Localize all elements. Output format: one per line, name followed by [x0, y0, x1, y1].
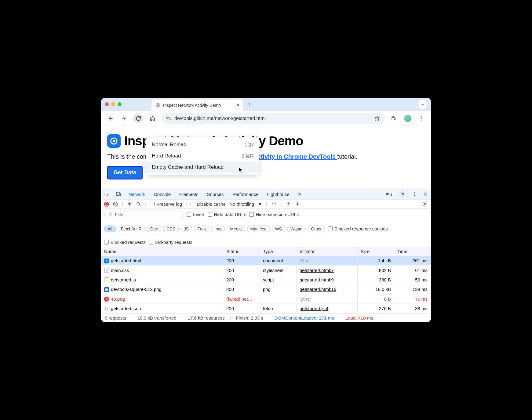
blocked-requests-checkbox[interactable]: Blocked requests — [104, 240, 146, 245]
chip-media[interactable]: Media — [227, 226, 245, 232]
col-name[interactable]: Name — [101, 247, 223, 256]
cell-initiator[interactable]: Other — [297, 295, 358, 303]
preserve-log-checkbox[interactable]: Preserve log — [150, 201, 182, 207]
col-status[interactable]: Status — [223, 247, 260, 256]
search-button[interactable] — [136, 201, 141, 207]
third-party-checkbox[interactable]: 3rd-party requests — [149, 240, 192, 245]
funnel-icon — [127, 201, 132, 207]
invert-checkbox[interactable]: Invert — [187, 212, 205, 217]
file-name: getstarted.json — [111, 306, 141, 311]
inspect-element-button[interactable] — [104, 191, 110, 197]
network-settings-button[interactable] — [422, 201, 428, 207]
tab-console[interactable]: Console — [153, 192, 172, 197]
hide-data-urls-checkbox[interactable]: Hide data URLs — [208, 212, 246, 217]
issues-badge[interactable]: 1 — [384, 192, 394, 197]
maximize-window-button[interactable] — [118, 102, 122, 106]
chip-other[interactable]: Other — [308, 226, 325, 232]
file-name: main.css — [111, 268, 129, 273]
table-row[interactable]: ◦getstarted.js200scriptgetstarted.html:9… — [101, 275, 431, 284]
chip-wasm[interactable]: Wasm — [287, 226, 306, 232]
devtools-close-button[interactable] — [423, 192, 428, 197]
status-load: Load: 410 ms — [345, 315, 379, 320]
tab-network[interactable]: Network — [127, 192, 147, 199]
network-conditions-button[interactable] — [271, 201, 277, 207]
cursor-icon — [239, 167, 243, 173]
hide-extension-urls-checkbox[interactable]: Hide extension URLs — [249, 212, 299, 217]
chip-fetchxhr[interactable]: Fetch/XHR — [118, 226, 145, 232]
browser-menu-button[interactable] — [417, 114, 427, 123]
throttling-select[interactable]: No throttling — [229, 201, 254, 207]
browser-toolbar: devtools.glitch.me/network/getstarted.ht… — [101, 111, 431, 126]
devtools-menu-button[interactable] — [412, 192, 417, 197]
back-button[interactable] — [105, 114, 115, 123]
tab-lighthouse[interactable]: Lighthouse — [266, 192, 291, 197]
chip-font[interactable]: Font — [194, 226, 209, 232]
menu-item-normal-reload[interactable]: Normal Reload ⌘R — [146, 139, 259, 150]
col-initiator[interactable]: Initiator — [297, 247, 358, 256]
tabs-dropdown-button[interactable] — [418, 100, 427, 109]
filter-toggle-button[interactable] — [127, 201, 132, 207]
file-icon: ▦ — [104, 286, 109, 292]
svg-rect-2 — [169, 119, 171, 120]
cell-initiator[interactable]: getstarted.js:4 — [297, 304, 358, 313]
chip-js[interactable]: JS — [180, 226, 192, 232]
chat-icon — [385, 192, 389, 196]
tab-close-button[interactable]: × — [236, 102, 239, 108]
status-transferred: 18.9 kB transferred — [137, 315, 182, 320]
chip-manifest[interactable]: Manifest — [247, 226, 270, 232]
cell-initiator[interactable]: Other — [297, 256, 358, 265]
chip-doc[interactable]: Doc — [147, 226, 161, 232]
chip-img[interactable]: Img — [211, 226, 225, 232]
close-window-button[interactable] — [105, 102, 109, 106]
cell-initiator[interactable]: getstarted.html:16 — [297, 285, 358, 294]
tab-performance[interactable]: Performance — [231, 192, 260, 197]
import-har-button[interactable] — [295, 201, 300, 207]
tab-elements[interactable]: Elements — [178, 192, 200, 197]
table-row[interactable]: ✕48.png(failed) net…Other0 B70 ms — [101, 294, 431, 304]
table-row[interactable]: ≡getstarted.html200documentOther1.4 kB26… — [101, 256, 431, 266]
tab-sources[interactable]: Sources — [206, 192, 225, 197]
cell-size: 1.4 kB — [358, 256, 394, 265]
table-row[interactable]: ▦devtools-square-512.png200pnggetstarted… — [101, 284, 431, 294]
cell-type — [260, 297, 297, 301]
clear-button[interactable] — [113, 201, 118, 207]
file-icon: ✕ — [104, 296, 109, 302]
site-settings-icon[interactable] — [166, 116, 171, 121]
table-row[interactable]: ↗main.css200stylesheetgetstarted.html:78… — [101, 266, 431, 275]
address-bar[interactable]: devtools.glitch.me/network/getstarted.ht… — [162, 113, 384, 124]
get-data-button[interactable]: Get Data — [107, 166, 143, 179]
col-type[interactable]: Type — [260, 247, 297, 256]
col-size[interactable]: Size — [358, 247, 394, 256]
device-toolbar-button[interactable] — [116, 191, 121, 197]
forward-button[interactable] — [119, 114, 129, 123]
blocked-cookies-checkbox[interactable]: Blocked response cookies — [328, 226, 388, 231]
cell-time: 38 ms — [394, 304, 431, 313]
extensions-button[interactable] — [389, 114, 399, 123]
reload-button[interactable] — [133, 114, 143, 123]
minimize-window-button[interactable] — [111, 102, 115, 106]
filter-input[interactable]: Filter — [104, 211, 184, 218]
bookmark-star-icon[interactable] — [374, 115, 380, 121]
disable-cache-checkbox[interactable]: Disable cache — [191, 201, 226, 207]
menu-shortcut: ⇧⌘R — [241, 153, 254, 159]
browser-tab[interactable]: Inspect Network Activity Demo × — [151, 100, 243, 111]
chip-ws[interactable]: WS — [272, 226, 286, 232]
profile-button[interactable] — [403, 114, 413, 123]
cell-status: 200 — [223, 266, 260, 275]
export-har-button[interactable] — [286, 201, 291, 207]
menu-item-hard-reload[interactable]: Hard Reload ⇧⌘R — [146, 150, 259, 162]
chip-css[interactable]: CSS — [163, 226, 179, 232]
new-tab-button[interactable]: + — [246, 100, 254, 109]
more-tabs-button[interactable] — [297, 191, 302, 197]
filter-placeholder: Filter — [115, 212, 125, 217]
col-time[interactable]: Time — [394, 247, 431, 256]
record-button[interactable] — [104, 202, 109, 207]
table-row[interactable]: { }getstarted.json200fetchgetstarted.js:… — [101, 304, 431, 313]
chip-all[interactable]: All — [104, 226, 116, 232]
throttling-dropdown-arrow[interactable]: ▼ — [258, 201, 262, 207]
cell-initiator[interactable]: getstarted.html:9 — [297, 275, 358, 284]
home-button[interactable] — [148, 114, 157, 123]
cell-initiator[interactable]: getstarted.html:7 — [297, 266, 358, 275]
file-name: getstarted.html — [111, 258, 141, 263]
devtools-settings-button[interactable] — [400, 191, 406, 197]
